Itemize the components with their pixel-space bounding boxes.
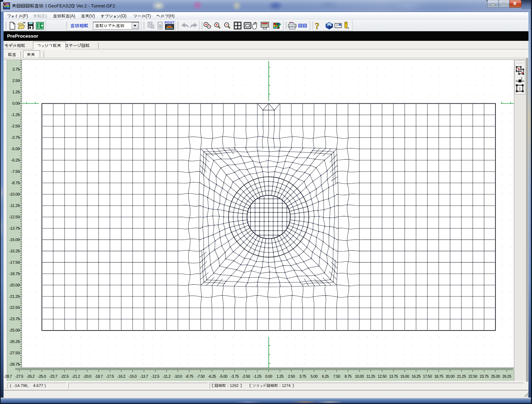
- svg-text:7.50: 7.50: [333, 374, 340, 378]
- svg-text:17.50: 17.50: [423, 374, 432, 378]
- svg-text:1262: 1262: [230, 383, 238, 388]
- svg-text:-18.75: -18.75: [9, 272, 20, 276]
- svg-text:8.75: 8.75: [345, 374, 352, 378]
- svg-text:6.25: 6.25: [322, 374, 329, 378]
- svg-text:POST: POST: [165, 20, 174, 24]
- svg-text:13.75: 13.75: [389, 374, 398, 378]
- svg-text:-28.7: -28.7: [4, 374, 12, 378]
- svg-text:18.75: 18.75: [434, 374, 443, 378]
- svg-text:-16.25: -16.25: [9, 249, 20, 253]
- svg-text:25.00: 25.00: [491, 374, 500, 378]
- svg-text:-8.75: -8.75: [11, 181, 20, 185]
- svg-text:-21.25: -21.25: [9, 294, 20, 299]
- svg-text:-26.2: -26.2: [27, 374, 35, 378]
- svg-text:-15.00: -15.00: [9, 238, 20, 242]
- svg-text:2.50: 2.50: [12, 78, 20, 83]
- svg-text:1.25: 1.25: [12, 90, 20, 94]
- svg-text:1274: 1274: [282, 383, 290, 388]
- svg-text:-6.25: -6.25: [11, 158, 20, 162]
- svg-text:-10.00: -10.00: [9, 192, 20, 196]
- svg-text:-16.2: -16.2: [117, 374, 126, 378]
- svg-text:1: 1: [519, 87, 521, 91]
- svg-text:3.75: 3.75: [12, 67, 20, 71]
- svg-text:1.25: 1.25: [277, 374, 284, 378]
- svg-text:-1.25: -1.25: [11, 113, 20, 117]
- svg-text:-17.50: -17.50: [9, 260, 20, 264]
- svg-text:-20.0: -20.0: [83, 374, 92, 378]
- svg-text:-12.5: -12.5: [151, 374, 160, 378]
- svg-text:-21.2: -21.2: [72, 374, 80, 378]
- svg-text:-3.75: -3.75: [231, 374, 239, 378]
- svg-text:?: ?: [315, 21, 320, 31]
- svg-text:-11.25: -11.25: [9, 203, 20, 208]
- svg-text:20.00: 20.00: [445, 374, 454, 378]
- svg-text:22.50: 22.50: [468, 374, 477, 378]
- svg-text:-10.0: -10.0: [174, 374, 182, 378]
- svg-text:-18.7: -18.7: [95, 374, 103, 378]
- svg-text:-11.2: -11.2: [163, 374, 171, 378]
- svg-text:3.75: 3.75: [299, 374, 306, 378]
- svg-text:-23.7: -23.7: [49, 374, 57, 378]
- svg-text:16.25: 16.25: [412, 374, 421, 378]
- svg-text:-13.75: -13.75: [9, 226, 20, 230]
- svg-text:-7.50: -7.50: [11, 169, 20, 174]
- svg-text:-2.50: -2.50: [242, 374, 250, 378]
- svg-text:-28.75: -28.75: [9, 362, 20, 366]
- svg-text:-2.50: -2.50: [11, 124, 20, 128]
- svg-text:-22.50: -22.50: [9, 305, 20, 310]
- svg-text:-7.50: -7.50: [196, 374, 205, 378]
- svg-text:-27.5: -27.5: [15, 374, 23, 378]
- svg-text:-22.5: -22.5: [61, 374, 69, 378]
- svg-text:-25.00: -25.00: [9, 328, 20, 332]
- svg-text:23.75: 23.75: [480, 374, 488, 378]
- svg-text:-5.00: -5.00: [11, 147, 20, 151]
- svg-text:2.50: 2.50: [288, 374, 295, 378]
- svg-text:5.00: 5.00: [311, 374, 318, 378]
- svg-text:0.00: 0.00: [12, 101, 20, 105]
- svg-text:-23.75: -23.75: [9, 317, 20, 321]
- svg-text:-15.0: -15.0: [129, 374, 137, 378]
- svg-text:-25.0: -25.0: [38, 374, 46, 378]
- svg-text:-17.5: -17.5: [106, 374, 114, 378]
- svg-text:10.00: 10.00: [355, 374, 364, 378]
- svg-text:-12.50: -12.50: [9, 215, 20, 219]
- svg-text:12.50: 12.50: [378, 374, 387, 378]
- svg-text:-1.25: -1.25: [253, 374, 261, 378]
- svg-text:-13.7: -13.7: [140, 374, 148, 378]
- svg-text:21.25: 21.25: [457, 374, 466, 378]
- svg-text:-26.25: -26.25: [9, 339, 20, 344]
- svg-text:26.25: 26.25: [502, 374, 511, 378]
- svg-text:0.00: 0.00: [265, 374, 272, 378]
- svg-text:-27.50: -27.50: [9, 351, 20, 355]
- svg-text:-5.00: -5.00: [219, 374, 227, 378]
- svg-text:11.25: 11.25: [366, 374, 375, 378]
- svg-text:15.00: 15.00: [400, 374, 409, 378]
- svg-text:-8.75: -8.75: [185, 374, 193, 378]
- svg-text:-20.00: -20.00: [9, 283, 20, 287]
- svg-text:-3.75: -3.75: [11, 135, 20, 140]
- svg-text:-6.25: -6.25: [208, 374, 216, 378]
